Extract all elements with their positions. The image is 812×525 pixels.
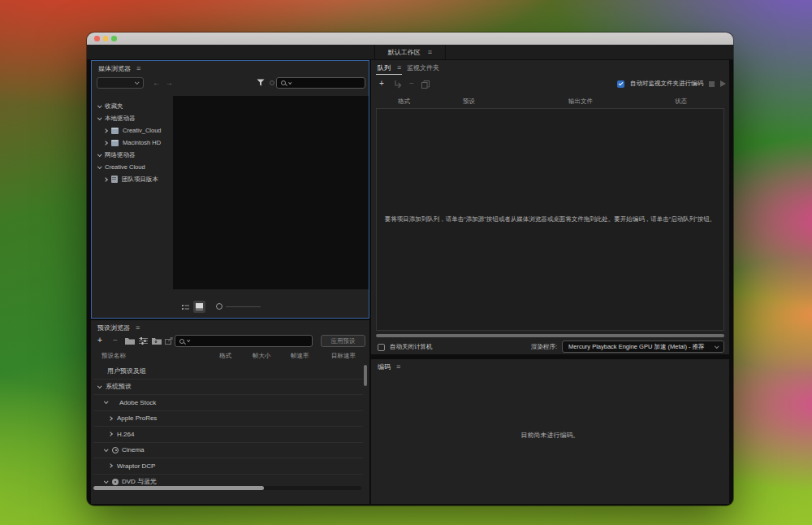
column-format[interactable]: 格式 <box>219 352 231 360</box>
column-frame-rate[interactable]: 帧速率 <box>291 352 309 360</box>
chevron-down-icon[interactable] <box>97 164 102 169</box>
search-icon <box>281 80 286 85</box>
encoding-panel: 编码 ≡ 目前尚未进行编码。 <box>371 359 729 504</box>
chevron-down-icon[interactable] <box>97 384 102 388</box>
filter-funnel-icon[interactable] <box>257 79 265 87</box>
queue-horizontal-scrollbar-thumb[interactable] <box>376 334 724 337</box>
renderer-dropdown-value: Mercury Playback Engine GPU 加速 (Metal) -… <box>568 343 705 351</box>
thumbnail-view-button[interactable] <box>193 301 205 313</box>
renderer-label: 渲染程序: <box>531 343 557 351</box>
remove-source-icon[interactable]: − <box>409 78 414 89</box>
add-source-icon[interactable]: + <box>379 78 384 89</box>
chevron-right-icon[interactable] <box>108 416 113 421</box>
forward-arrow-icon[interactable]: → <box>165 77 173 89</box>
column-target-rate[interactable]: 目标速率 <box>331 352 356 360</box>
new-preset-group-icon[interactable] <box>125 337 135 345</box>
minimize-window-button[interactable] <box>103 36 109 41</box>
duplicate-icon[interactable] <box>421 80 430 89</box>
preset-row-cinema[interactable]: Cinema <box>93 443 363 459</box>
tree-item-creative-cloud-drive[interactable]: Creativ_Cloud <box>92 124 173 137</box>
tree-item-creative-cloud[interactable]: Creative Cloud <box>92 161 173 173</box>
close-window-button[interactable] <box>94 36 100 41</box>
preset-row-wraptor-dcp[interactable]: Wraptor DCP <box>93 458 363 475</box>
preset-row-dvd-bluray[interactable]: DVD 与蓝光 <box>93 475 363 487</box>
renderer-dropdown[interactable]: Mercury Playback Engine GPU 加速 (Metal) -… <box>562 341 724 353</box>
thumbnail-zoom-slider-knob[interactable] <box>216 303 222 310</box>
encoding-empty-message: 目前尚未进行编码。 <box>371 431 729 440</box>
add-output-icon[interactable] <box>394 80 403 89</box>
window-titlebar[interactable] <box>87 33 733 45</box>
chevron-right-icon[interactable] <box>103 177 108 182</box>
import-preset-icon[interactable] <box>152 337 162 345</box>
chevron-right-icon[interactable] <box>108 463 113 468</box>
search-options-chevron-icon[interactable] <box>288 80 292 84</box>
queue-drop-area[interactable]: 要将项目添加到队列，请单击“添加源”按钮或者从媒体浏览器或桌面将文件拖到此处。要… <box>376 108 724 331</box>
tab-queue[interactable]: 队列 ≡ <box>378 63 401 72</box>
app-main-area: 媒体浏览器 ≡ ← → <box>87 59 733 505</box>
queue-column-headers: 格式 预设 输出文件 状态 <box>371 98 729 107</box>
back-arrow-icon[interactable]: ← <box>153 77 161 89</box>
chevron-down-icon[interactable] <box>104 400 109 405</box>
drive-icon <box>111 140 119 146</box>
tree-item-local-drives[interactable]: 本地驱动器 <box>92 112 173 124</box>
media-view-dropdown[interactable] <box>97 77 144 89</box>
preset-row-user-presets[interactable]: 用户预设及组 <box>93 363 363 380</box>
chevron-down-icon[interactable] <box>97 152 102 157</box>
active-tab-underline <box>376 74 402 75</box>
tree-item-favorites[interactable]: 收藏夹 <box>92 100 173 112</box>
chevron-right-icon[interactable] <box>103 128 108 133</box>
queue-panel-menu-icon[interactable]: ≡ <box>397 64 401 72</box>
queue-toolbar: + − 自动对监视文件夹进行编码 <box>371 76 729 91</box>
shutdown-option[interactable]: 自动关闭计算机 <box>378 343 433 351</box>
chevron-right-icon[interactable] <box>108 432 113 436</box>
preset-horizontal-scrollbar-track[interactable] <box>93 486 361 490</box>
encoding-panel-menu-icon[interactable]: ≡ <box>396 363 400 371</box>
tab-watch-folders[interactable]: 监视文件夹 <box>407 63 439 72</box>
preset-horizontal-scrollbar-thumb[interactable] <box>93 486 264 490</box>
shutdown-checkbox[interactable] <box>378 344 385 351</box>
auto-encode-checkbox[interactable] <box>617 80 624 88</box>
workspace-tab[interactable]: 默认工作区 ≡ <box>374 45 446 59</box>
export-preset-icon[interactable] <box>165 337 173 345</box>
add-preset-icon[interactable]: + <box>97 335 102 346</box>
start-queue-button[interactable] <box>720 80 726 87</box>
chevron-down-icon <box>715 344 719 349</box>
chevron-down-icon[interactable] <box>97 115 102 120</box>
media-search-input[interactable] <box>276 77 365 89</box>
preset-search-input[interactable] <box>175 335 313 347</box>
workspace-menu-icon[interactable]: ≡ <box>428 49 432 56</box>
preset-settings-icon[interactable] <box>139 337 148 345</box>
preset-row-adobe-stock[interactable]: Adobe Stock <box>93 395 363 411</box>
media-content-well[interactable] <box>173 96 369 289</box>
list-view-icon[interactable] <box>182 304 189 310</box>
thumbnail-zoom-slider-track[interactable] <box>226 306 261 307</box>
stop-queue-button[interactable] <box>709 81 715 87</box>
queue-footer: 自动关闭计算机 渲染程序: Mercury Playback Engine GP… <box>371 340 729 356</box>
media-browser-panel-menu-icon[interactable]: ≡ <box>136 65 140 72</box>
zoom-window-button[interactable] <box>111 36 117 41</box>
preset-browser-panel-menu-icon[interactable]: ≡ <box>136 324 140 332</box>
chevron-down-icon[interactable] <box>97 103 102 108</box>
column-status: 状态 <box>675 98 687 106</box>
search-options-chevron-icon[interactable] <box>187 339 190 342</box>
media-browser-panel: 媒体浏览器 ≡ ← → <box>91 60 369 319</box>
chevron-right-icon[interactable] <box>103 141 108 145</box>
apply-preset-button[interactable]: 应用预设 <box>321 335 365 347</box>
chevron-down-icon[interactable] <box>104 479 109 484</box>
preset-row-apple-prores[interactable]: Apple ProRes <box>93 411 363 427</box>
tree-item-team-projects[interactable]: 团队项目版本 <box>92 173 173 185</box>
preset-row-system-presets[interactable]: 系统预设 <box>93 380 363 396</box>
tree-item-macintosh-hd[interactable]: Macintosh HD <box>92 137 173 149</box>
preset-row-h264[interactable]: H.264 <box>93 427 363 443</box>
preset-list: 用户预设及组 系统预设 Adobe Stock Apple ProRes <box>93 363 363 486</box>
disc-icon <box>112 479 119 485</box>
ingest-toggle-icon[interactable] <box>270 80 274 85</box>
queue-empty-message: 要将项目添加到队列，请单击“添加源”按钮或者从媒体浏览器或桌面将文件拖到此处。要… <box>378 215 723 223</box>
preset-vertical-scrollbar-thumb[interactable] <box>364 365 367 386</box>
tree-item-network-drives[interactable]: 网络驱动器 <box>92 149 173 161</box>
media-tree: 收藏夹 本地驱动器 Creativ_Cloud <box>92 96 173 289</box>
remove-preset-icon[interactable]: − <box>113 335 118 346</box>
column-frame-size[interactable]: 帧大小 <box>253 352 271 360</box>
renderer-setting: 渲染程序: Mercury Playback Engine GPU 加速 (Me… <box>531 341 724 353</box>
chevron-down-icon[interactable] <box>104 447 109 452</box>
